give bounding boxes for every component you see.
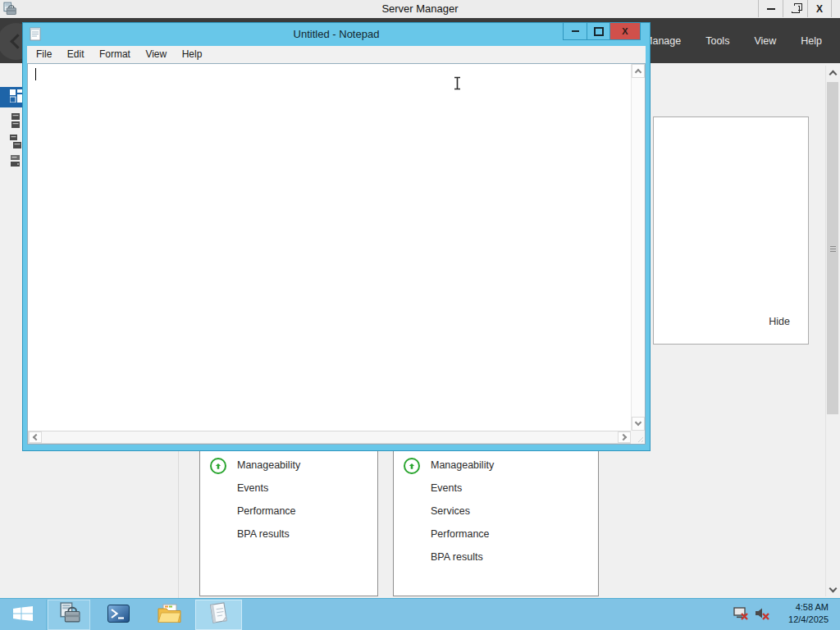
tile-link-bpa-results[interactable]: BPA results bbox=[237, 528, 290, 540]
all-servers-icon bbox=[10, 134, 21, 153]
notepad-vertical-scrollbar[interactable] bbox=[631, 64, 645, 431]
scroll-down-button[interactable] bbox=[826, 582, 839, 596]
status-up-icon bbox=[404, 458, 420, 474]
windows-logo-icon bbox=[13, 606, 33, 624]
maximize-icon bbox=[594, 27, 604, 36]
scroll-left-button[interactable] bbox=[29, 431, 42, 443]
taskbar-clock[interactable]: 4:58 AM 12/4/2025 bbox=[763, 601, 829, 626]
scroll-up-button[interactable] bbox=[826, 66, 839, 80]
notepad-menubar: File Edit Format View Help bbox=[27, 46, 646, 63]
tile-link-performance[interactable]: Performance bbox=[237, 505, 296, 517]
notepad-minimize-button[interactable] bbox=[564, 23, 587, 39]
notepad-close-button[interactable]: X bbox=[609, 23, 640, 39]
server-manager-icon bbox=[58, 602, 80, 628]
taskbar-button-notepad[interactable] bbox=[195, 600, 242, 630]
server-manager-scrollbar[interactable] bbox=[825, 66, 839, 596]
hide-link[interactable]: Hide bbox=[769, 316, 790, 327]
menubar-item-help[interactable]: Help bbox=[799, 32, 824, 50]
chevron-down-icon bbox=[635, 419, 641, 426]
notepad-horizontal-scrollbar[interactable] bbox=[28, 431, 632, 444]
tile-link-events[interactable]: Events bbox=[237, 482, 268, 494]
notepad-window-controls: X bbox=[563, 23, 641, 40]
tray-network-icon[interactable] bbox=[733, 605, 750, 623]
notepad-window: Untitled - Notepad X File Edit Format Vi… bbox=[23, 23, 650, 450]
taskbar-button-server-manager[interactable] bbox=[48, 600, 90, 630]
notification-panel: Hide bbox=[653, 116, 809, 345]
tile-row: BPA results bbox=[394, 547, 598, 570]
notepad-text-area[interactable] bbox=[28, 64, 631, 431]
server-manager-titlebar[interactable]: Server Manager X bbox=[0, 0, 840, 18]
tile-row: Events bbox=[394, 478, 598, 501]
tile-row: Performance bbox=[394, 524, 598, 547]
tile-row: Manageability bbox=[200, 455, 377, 478]
menu-edit[interactable]: Edit bbox=[62, 46, 90, 60]
text-caret bbox=[35, 68, 36, 80]
tile-link-bpa-results[interactable]: BPA results bbox=[431, 551, 483, 563]
server-manager-window-title: Server Manager bbox=[0, 0, 840, 18]
taskbar-button-powershell[interactable] bbox=[95, 600, 142, 630]
chevron-left-icon bbox=[33, 434, 39, 441]
tile-row: Manageability bbox=[394, 455, 598, 478]
dashboard-icon bbox=[10, 89, 23, 106]
notepad-window-title: Untitled - Notepad bbox=[23, 23, 650, 46]
menubar-item-tools[interactable]: Tools bbox=[704, 32, 731, 50]
menu-file[interactable]: File bbox=[30, 46, 57, 60]
scroll-up-button[interactable] bbox=[632, 64, 645, 78]
scrollbar-thumb[interactable] bbox=[827, 82, 838, 414]
tile-link-events[interactable]: Events bbox=[431, 482, 462, 494]
scroll-right-button[interactable] bbox=[618, 431, 631, 443]
local-server-icon bbox=[10, 113, 21, 132]
menu-view[interactable]: View bbox=[139, 46, 172, 60]
menubar-item-view[interactable]: View bbox=[752, 32, 778, 50]
tile-link-manageability[interactable]: Manageability bbox=[237, 459, 300, 471]
chevron-right-icon bbox=[620, 434, 627, 441]
notepad-edit-region bbox=[27, 63, 646, 445]
notepad-titlebar[interactable]: Untitled - Notepad X bbox=[23, 23, 650, 46]
server-manager-window-controls: X bbox=[758, 0, 832, 17]
server-manager-menubar: Manage Tools View Help bbox=[642, 18, 824, 63]
desktop: Server Manager X Manage Tools View Help bbox=[0, 0, 840, 630]
chevron-up-icon bbox=[829, 70, 837, 78]
tile-row: Events bbox=[200, 478, 377, 501]
chevron-up-icon bbox=[635, 69, 641, 75]
tile-link-services[interactable]: Services bbox=[431, 505, 470, 517]
restore-icon bbox=[792, 6, 800, 13]
menu-format[interactable]: Format bbox=[94, 46, 136, 60]
notepad-icon bbox=[208, 602, 230, 628]
server-manager-restore-button[interactable] bbox=[783, 0, 807, 17]
status-up-icon bbox=[210, 458, 226, 474]
folder-icon bbox=[158, 604, 181, 626]
server-manager-minimize-button[interactable] bbox=[758, 0, 783, 17]
chevron-down-icon bbox=[829, 584, 837, 592]
notepad-maximize-button[interactable] bbox=[587, 23, 609, 39]
minimize-icon bbox=[767, 8, 775, 10]
scrollbar-grip-icon bbox=[830, 246, 836, 253]
minimize-icon bbox=[572, 30, 579, 32]
close-icon: X bbox=[622, 27, 628, 36]
tile-row: Services bbox=[394, 501, 598, 524]
clock-time: 4:58 AM bbox=[796, 602, 829, 612]
start-button[interactable] bbox=[0, 600, 47, 630]
tile-row: Performance bbox=[200, 501, 377, 524]
tile-row: BPA results bbox=[200, 524, 377, 547]
tile-link-manageability[interactable]: Manageability bbox=[431, 459, 494, 471]
taskbar: 4:58 AM 12/4/2025 bbox=[0, 598, 840, 630]
server-manager-close-button[interactable]: X bbox=[807, 0, 832, 17]
close-icon: X bbox=[816, 4, 823, 14]
menu-help[interactable]: Help bbox=[176, 46, 208, 60]
tile-link-performance[interactable]: Performance bbox=[431, 528, 490, 540]
file-storage-services-icon bbox=[10, 153, 21, 172]
powershell-icon bbox=[107, 605, 130, 626]
clock-date: 12/4/2025 bbox=[788, 614, 829, 624]
taskbar-button-file-explorer[interactable] bbox=[146, 600, 193, 630]
scroll-down-button[interactable] bbox=[632, 417, 645, 431]
resize-grip[interactable] bbox=[631, 431, 645, 444]
